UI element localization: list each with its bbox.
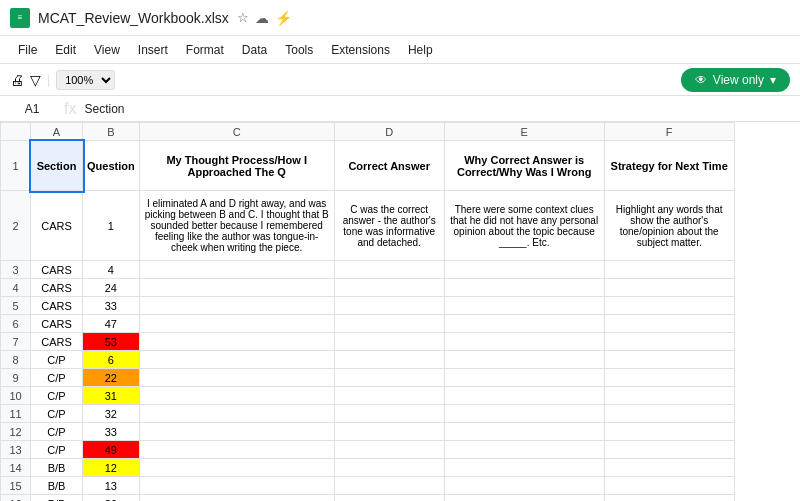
cell-why[interactable]: [444, 333, 604, 351]
cell-strategy[interactable]: [604, 351, 734, 369]
spreadsheet[interactable]: A B C D E F 1 Section Question My Though…: [0, 122, 800, 501]
cell-question[interactable]: 32: [83, 405, 140, 423]
cell-correct-answer[interactable]: [334, 315, 444, 333]
cell-strategy[interactable]: [604, 477, 734, 495]
header-correct-answer[interactable]: Correct Answer: [334, 141, 444, 191]
cell-question[interactable]: 13: [83, 477, 140, 495]
cell-thought[interactable]: [139, 423, 334, 441]
col-header-B[interactable]: B: [83, 123, 140, 141]
cell-correct-answer[interactable]: [334, 297, 444, 315]
filter-icon[interactable]: ▽: [30, 72, 41, 88]
menu-item-help[interactable]: Help: [400, 40, 441, 60]
cell-thought[interactable]: [139, 315, 334, 333]
cell-question[interactable]: 31: [83, 387, 140, 405]
star-icon[interactable]: ☆: [237, 10, 249, 25]
zoom-select[interactable]: 100%: [56, 70, 115, 90]
cell-section[interactable]: CARS: [31, 333, 83, 351]
cell-why[interactable]: [444, 441, 604, 459]
formula-input[interactable]: [84, 102, 792, 116]
col-header-F[interactable]: F: [604, 123, 734, 141]
cell-section[interactable]: B/B: [31, 459, 83, 477]
cell-thought[interactable]: [139, 459, 334, 477]
cell-correct-answer[interactable]: [334, 387, 444, 405]
cell-section[interactable]: C/P: [31, 441, 83, 459]
cell-question[interactable]: 24: [83, 279, 140, 297]
menu-item-data[interactable]: Data: [234, 40, 275, 60]
cell-thought[interactable]: [139, 369, 334, 387]
cell-thought[interactable]: [139, 441, 334, 459]
cell-section[interactable]: B/B: [31, 495, 83, 502]
cell-correct-answer[interactable]: [334, 423, 444, 441]
cell-question[interactable]: 49: [83, 441, 140, 459]
cell-reference[interactable]: [8, 102, 56, 116]
cell-why[interactable]: [444, 387, 604, 405]
cell-correct-answer[interactable]: [334, 459, 444, 477]
cell-section[interactable]: B/B: [31, 477, 83, 495]
cell-strategy[interactable]: [604, 423, 734, 441]
cell-question[interactable]: 4: [83, 261, 140, 279]
cell-thought[interactable]: [139, 495, 334, 502]
cell-strategy[interactable]: [604, 261, 734, 279]
cell-section[interactable]: C/P: [31, 405, 83, 423]
cell-correct-answer[interactable]: [334, 441, 444, 459]
header-section[interactable]: Section: [31, 141, 83, 191]
cell-correct-answer[interactable]: [334, 261, 444, 279]
cell-thought[interactable]: I eliminated A and D right away, and was…: [139, 191, 334, 261]
cell-strategy[interactable]: [604, 495, 734, 502]
cell-strategy[interactable]: [604, 441, 734, 459]
cell-why[interactable]: [444, 369, 604, 387]
cell-section[interactable]: C/P: [31, 423, 83, 441]
menu-item-file[interactable]: File: [10, 40, 45, 60]
col-header-C[interactable]: C: [139, 123, 334, 141]
cell-section[interactable]: CARS: [31, 279, 83, 297]
cell-section[interactable]: C/P: [31, 351, 83, 369]
header-question[interactable]: Question: [83, 141, 140, 191]
print-icon[interactable]: 🖨: [10, 72, 24, 88]
cell-correct-answer[interactable]: [334, 279, 444, 297]
cell-correct-answer[interactable]: [334, 405, 444, 423]
cell-strategy[interactable]: Highlight any words that show the author…: [604, 191, 734, 261]
cell-question[interactable]: 6: [83, 351, 140, 369]
cell-thought[interactable]: [139, 387, 334, 405]
cell-why[interactable]: [444, 315, 604, 333]
cell-correct-answer[interactable]: [334, 333, 444, 351]
cell-why[interactable]: [444, 279, 604, 297]
cell-strategy[interactable]: [604, 315, 734, 333]
cell-question[interactable]: 53: [83, 333, 140, 351]
cell-correct-answer[interactable]: [334, 369, 444, 387]
cell-correct-answer[interactable]: [334, 351, 444, 369]
cell-correct-answer[interactable]: [334, 495, 444, 502]
cell-thought[interactable]: [139, 279, 334, 297]
col-header-E[interactable]: E: [444, 123, 604, 141]
cell-section[interactable]: CARS: [31, 191, 83, 261]
cell-correct-answer[interactable]: [334, 477, 444, 495]
cell-why[interactable]: [444, 351, 604, 369]
cell-thought[interactable]: [139, 297, 334, 315]
cell-strategy[interactable]: [604, 387, 734, 405]
cell-why[interactable]: [444, 495, 604, 502]
cell-correct-answer[interactable]: C was the correct answer - the author's …: [334, 191, 444, 261]
cell-section[interactable]: CARS: [31, 315, 83, 333]
cell-strategy[interactable]: [604, 333, 734, 351]
cell-why[interactable]: [444, 261, 604, 279]
menu-item-format[interactable]: Format: [178, 40, 232, 60]
header-thought[interactable]: My Thought Process/How I Approached The …: [139, 141, 334, 191]
header-strategy[interactable]: Strategy for Next Time: [604, 141, 734, 191]
cell-strategy[interactable]: [604, 297, 734, 315]
cell-question[interactable]: 47: [83, 315, 140, 333]
cell-thought[interactable]: [139, 405, 334, 423]
cell-strategy[interactable]: [604, 405, 734, 423]
cell-section[interactable]: CARS: [31, 261, 83, 279]
menu-item-view[interactable]: View: [86, 40, 128, 60]
cell-section[interactable]: C/P: [31, 387, 83, 405]
cell-thought[interactable]: [139, 261, 334, 279]
cell-strategy[interactable]: [604, 369, 734, 387]
cell-thought[interactable]: [139, 333, 334, 351]
header-why[interactable]: Why Correct Answer is Correct/Why Was I …: [444, 141, 604, 191]
cell-question[interactable]: 33: [83, 423, 140, 441]
menu-item-tools[interactable]: Tools: [277, 40, 321, 60]
cell-question[interactable]: 12: [83, 459, 140, 477]
cell-strategy[interactable]: [604, 279, 734, 297]
col-header-A[interactable]: A: [31, 123, 83, 141]
cell-strategy[interactable]: [604, 459, 734, 477]
